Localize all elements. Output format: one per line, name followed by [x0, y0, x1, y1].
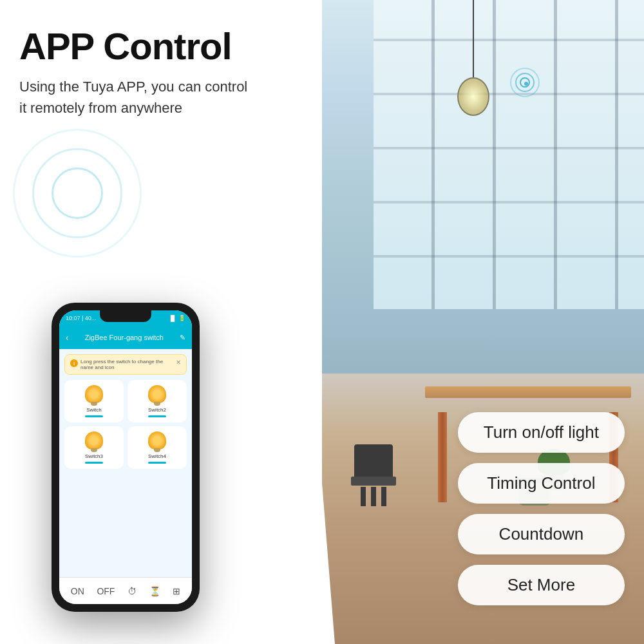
switch-cell-3[interactable]: Switch3	[64, 426, 124, 469]
window	[374, 0, 644, 309]
switch-bulb-4	[148, 431, 166, 450]
lamp-shade	[457, 77, 489, 116]
subtitle-line1: Using the Tuya APP, you can control	[19, 79, 247, 95]
phone-signal-icons: ▐▌ 🔋	[169, 315, 185, 321]
phone-time: 10:07 | 40...	[66, 315, 96, 321]
timer-icon: ⏱	[128, 586, 137, 596]
bottom-more-button[interactable]: ⊞	[173, 586, 180, 596]
app-subtitle: Using the Tuya APP, you can control it r…	[19, 76, 247, 118]
wifi-dot	[524, 82, 528, 86]
bg-wifi-arc-small	[52, 167, 103, 219]
switch-bulb-3	[85, 431, 103, 450]
diagonal-divider	[283, 0, 335, 644]
switch-cell-2[interactable]: Switch2	[128, 380, 187, 422]
chair-seat	[351, 477, 396, 486]
feature-pill-2: Timing Control	[458, 463, 625, 504]
phone-notification: i Long press the switch to change the na…	[64, 354, 187, 375]
chair-back	[354, 444, 393, 477]
switch-indicator-1	[85, 415, 103, 417]
notification-close[interactable]: ✕	[176, 359, 181, 366]
bottom-on-button[interactable]: ON	[71, 586, 84, 596]
feature-pill-4: Set More	[458, 565, 625, 605]
chair-leg	[381, 487, 386, 506]
notification-text: Long press the switch to change the name…	[80, 359, 173, 370]
phone-topbar: ‹ ZigBee Four-gang switch ✎	[59, 326, 192, 349]
feature-pill-1: Turn on/off light	[458, 412, 625, 453]
subtitle-line2: it remotely from anywhere	[19, 100, 182, 116]
switch-bulb-1	[85, 385, 103, 403]
chair-leg	[371, 487, 376, 506]
grid-icon: ⊞	[173, 586, 180, 596]
switch-cell-1[interactable]: Switch	[64, 380, 124, 422]
lamp-cord	[473, 0, 474, 77]
phone-app-title: ZigBee Four-gang switch	[85, 334, 164, 341]
phone-notch	[100, 310, 151, 322]
phone-screen: 10:07 | 40... ▐▌ 🔋 ‹ ZigBee Four-gang sw…	[59, 310, 192, 604]
edit-icon[interactable]: ✎	[180, 334, 185, 342]
hanging-lamp	[457, 0, 489, 116]
bottom-timer-button[interactable]: ⏱	[128, 586, 137, 596]
switch-label-4: Switch4	[148, 453, 166, 459]
feature-pills: Turn on/off light Timing Control Countdo…	[458, 412, 625, 605]
chair-leg	[361, 487, 366, 506]
switch-label-1: Switch	[86, 407, 102, 413]
switch-bulb-2	[148, 385, 166, 403]
switch-indicator-2	[148, 415, 166, 417]
app-heading: APP Control Using the Tuya APP, you can …	[19, 26, 247, 118]
bottom-off-button[interactable]: OFF	[97, 586, 115, 596]
bottom-countdown-button[interactable]: ⏳	[149, 586, 160, 596]
back-button[interactable]: ‹	[66, 332, 69, 343]
room-chair	[348, 444, 399, 509]
switch-indicator-4	[148, 462, 166, 464]
switch-label-2: Switch2	[148, 407, 166, 413]
phone-bottom-bar: ON OFF ⏱ ⏳ ⊞	[59, 577, 192, 604]
phone-body: 10:07 | 40... ▐▌ 🔋 ‹ ZigBee Four-gang sw…	[52, 303, 200, 612]
switch-grid: Switch Switch2 Switch3 Switch4	[64, 380, 187, 469]
on-icon: ON	[71, 586, 84, 596]
switch-indicator-3	[85, 462, 103, 464]
app-title: APP Control	[19, 26, 247, 67]
off-icon: OFF	[97, 586, 115, 596]
feature-pill-3: Countdown	[458, 514, 625, 554]
switch-label-3: Switch3	[85, 453, 103, 459]
table-top	[425, 386, 631, 398]
table-leg-left	[438, 412, 447, 502]
switch-cell-4[interactable]: Switch4	[128, 426, 187, 469]
phone-mockup: 10:07 | 40... ▐▌ 🔋 ‹ ZigBee Four-gang sw…	[52, 303, 200, 612]
countdown-icon: ⏳	[149, 586, 160, 596]
notification-icon: i	[70, 359, 78, 367]
